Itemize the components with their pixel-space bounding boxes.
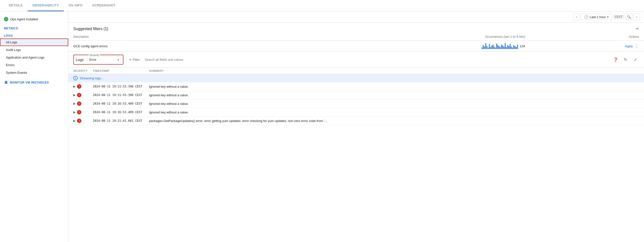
timezone-badge: CEST (613, 15, 624, 19)
occurrence-count: 134 (520, 44, 525, 48)
refresh-button[interactable]: ↻ (622, 56, 629, 64)
severity-cell: ▶ ! (73, 101, 93, 106)
tab-os-info[interactable]: OS INFO (64, 0, 88, 11)
suggested-filters-header: Suggested filters (1) ✏ (68, 23, 644, 33)
info-icon: i (73, 76, 78, 80)
expand-button[interactable]: ▶ (73, 93, 76, 97)
error-icon: ! (77, 93, 81, 97)
log-row[interactable]: ▶ ! 2024-08-11 19:16:53.409 CEST Ignored… (68, 108, 644, 116)
logs-filter-bar: Logs Severity Error Default Debug Info N… (68, 52, 644, 68)
more-options-button[interactable]: ⋮ (635, 44, 639, 48)
filter-search-input[interactable] (143, 57, 609, 62)
sidebar: Ops Agent Installed METRICS LOGS All Log… (0, 12, 68, 242)
summary-cell: Ignored key without a value. (149, 110, 639, 114)
col-timestamp-header: TIMESTAMP (93, 69, 149, 72)
severity-cell: ▶ ! (73, 84, 93, 89)
filter-row: GCE config agent errors 134 Apply ⋮ (68, 41, 644, 52)
col-severity-header: SEVERITY (73, 69, 93, 72)
error-icon: ! (77, 110, 81, 114)
tab-details[interactable]: DETAILS (4, 0, 28, 11)
tab-observability[interactable]: OBSERVABILITY (28, 0, 64, 11)
ops-agent-label: Ops Agent Installed (10, 17, 38, 21)
filter-actions-cell: Apply ⋮ (530, 41, 644, 52)
log-table-header: SEVERITY TIMESTAMP SUMMARY (68, 68, 644, 74)
streaming-label: Streaming logs... (80, 76, 104, 80)
sidebar-item-all-logs[interactable]: All Logs (0, 39, 68, 46)
sidebar-logs-section[interactable]: LOGS (0, 31, 68, 39)
open-external-button[interactable]: ⤢ (631, 56, 639, 64)
timestamp-cell: 2024-08-11 19:11:53.396 CEST (93, 85, 149, 88)
help-button[interactable]: ❓ (612, 56, 620, 64)
severity-cell: ▶ ! (73, 110, 93, 114)
severity-label: Severity (89, 54, 100, 57)
ops-agent-status: Ops Agent Installed (0, 15, 68, 24)
timestamp-cell: 2024-08-11 19:16:53.409 CEST (93, 102, 149, 105)
search-button[interactable]: 🔍 (626, 14, 632, 20)
log-row[interactable]: ▶ ! 2024-08-11 19:16:53.409 CEST Ignored… (68, 99, 644, 108)
summary-cell: packages.GetPackageUpdates() error: erro… (149, 119, 639, 123)
suggested-filters-title: Suggested filters (1) (73, 27, 108, 31)
logs-filter-box: Logs Severity Error Default Debug Info N… (73, 55, 124, 65)
filter-occurrences: 134 (277, 41, 530, 52)
check-icon (4, 17, 8, 21)
expand-button[interactable]: ▶ (73, 102, 76, 105)
apply-button[interactable]: Apply (625, 44, 633, 48)
sidebar-metrics-section[interactable]: METRICS (0, 24, 68, 31)
top-tabs-bar: DETAILS OBSERVABILITY OS INFO SCREENSHOT (0, 0, 644, 12)
log-row[interactable]: ▶ ! 2024-08-11 19:11:53.396 CEST Ignored… (68, 82, 644, 91)
summary-cell: Ignored key without a value. (149, 102, 639, 105)
timestamp-cell: 2024-08-11 19:11:53.396 CEST (93, 93, 149, 97)
severity-cell: ▶ ! (73, 118, 93, 123)
sidebar-item-errors[interactable]: Errors (0, 61, 68, 69)
sidebar-item-system-events[interactable]: System Events (0, 69, 68, 76)
mini-bar-chart (482, 43, 518, 49)
col-summary-header: SUMMARY (149, 69, 639, 72)
summary-cell: Ignored key without a value. (149, 93, 639, 97)
col-actions: Actions (530, 33, 644, 41)
next-button[interactable]: › (633, 14, 640, 20)
log-row[interactable]: ▶ ! 2024-08-11 19:11:53.396 CEST Ignored… (68, 91, 644, 99)
clock-icon: 🕐 (584, 15, 588, 19)
time-selector[interactable]: 🕐 Last 1 hour ▾ (581, 14, 612, 20)
error-icon: ! (77, 84, 81, 89)
time-label: Last 1 hour (590, 15, 606, 19)
filter-icon: ≡ Filter (130, 58, 140, 61)
expand-button[interactable]: ▶ (73, 119, 76, 123)
log-row[interactable]: ▶ ! 2024-08-11 19:21:41.681 CEST package… (68, 116, 644, 125)
sidebar-item-audit-logs[interactable]: Audit Logs (0, 46, 68, 54)
streaming-row: i Streaming logs... (68, 74, 644, 82)
summary-cell: Ignored key without a value. (149, 85, 639, 88)
expand-button[interactable]: ▶ (73, 85, 76, 88)
tab-screenshot[interactable]: SCREENSHOT (88, 0, 120, 11)
col-occurrences: Occurrences (last 1 hr 6 min) (277, 33, 530, 41)
filter-divider (126, 57, 126, 63)
severity-select-wrapper: Severity Error Default Debug Info Notice… (87, 56, 121, 63)
chevron-down-icon: ▾ (607, 15, 608, 19)
filter-description: GCE config agent errors (68, 41, 277, 52)
filter-action-buttons: ❓ ↻ ⤢ (612, 56, 639, 64)
timestamp-cell: 2024-08-11 19:21:41.681 CEST (93, 119, 149, 123)
prev-button[interactable]: ‹ (573, 14, 580, 20)
monitor-icon: 🖥 (4, 80, 8, 85)
logs-label: Logs (76, 58, 87, 62)
suggested-filters-table: Description Occurrences (last 1 hr 6 min… (68, 33, 644, 52)
monitor-label: MONITOR VM INSTANCES (10, 81, 49, 84)
edit-icon[interactable]: ✏ (636, 27, 639, 31)
severity-select[interactable]: Error Default Debug Info Notice Warning … (87, 56, 121, 63)
filter-text: Filter (133, 58, 140, 61)
filter-lines-icon: ≡ (130, 58, 132, 61)
col-description: Description (68, 33, 277, 41)
log-rows-container: ▶ ! 2024-08-11 19:11:53.396 CEST Ignored… (68, 82, 644, 125)
timestamp-cell: 2024-08-11 19:16:53.409 CEST (93, 110, 149, 114)
error-icon: ! (77, 118, 81, 123)
sidebar-item-app-agent-logs[interactable]: Application and Agent Logs (0, 54, 68, 61)
expand-button[interactable]: ▶ (73, 110, 76, 114)
error-icon: ! (77, 101, 81, 106)
monitor-vm-instances[interactable]: 🖥 MONITOR VM INSTANCES (0, 76, 68, 87)
top-bar: ‹ 🕐 Last 1 hour ▾ CEST 🔍 › (68, 12, 644, 23)
severity-cell: ▶ ! (73, 93, 93, 97)
